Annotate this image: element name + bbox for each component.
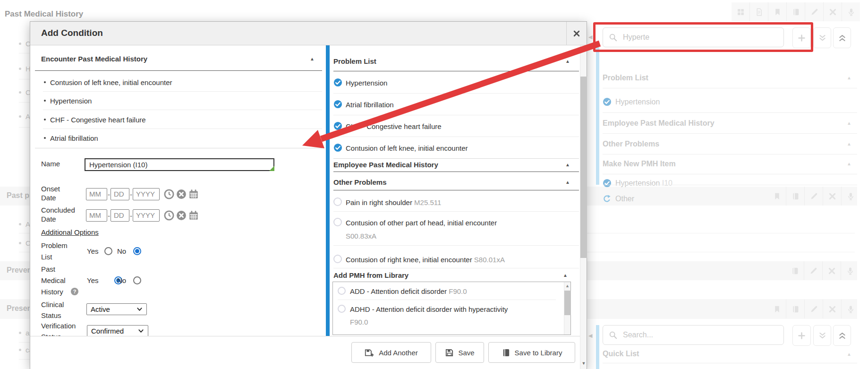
problem-list-no-radio[interactable] <box>133 247 141 255</box>
scroll-down-icon[interactable]: ▼ <box>580 361 587 366</box>
library-item[interactable]: ADD - Attention deficit disorder F90.0 <box>350 287 467 295</box>
collapse-caret-icon[interactable]: ▲ <box>847 161 851 166</box>
close-icon[interactable] <box>823 187 841 206</box>
pencil-icon[interactable] <box>804 300 823 318</box>
quick-list-search-input[interactable] <box>622 330 778 340</box>
expand-all-button[interactable] <box>833 27 851 48</box>
bookmark-icon[interactable] <box>768 2 786 21</box>
other-problem-item[interactable]: Contusion of other part of head, initial… <box>346 219 497 227</box>
modal-scrollbar[interactable]: ▲ ▼ <box>580 45 587 369</box>
calendar-icon[interactable] <box>188 189 199 201</box>
collapse-caret-icon[interactable]: ▲ <box>565 180 570 185</box>
problem-list-item[interactable]: Hypertension <box>346 79 387 87</box>
add-pmh-library-header[interactable]: Add PMH from Library <box>333 271 408 279</box>
grid-icon[interactable] <box>732 2 749 21</box>
pencil-icon[interactable] <box>804 261 822 280</box>
pencil-icon[interactable] <box>805 2 823 21</box>
collapse-caret-icon[interactable]: ▲ <box>847 75 851 80</box>
sidebar-problem-item[interactable]: Hypertension <box>615 98 660 106</box>
bookmark-icon[interactable] <box>768 300 786 318</box>
panel-collapse-icon[interactable]: ◀ <box>588 34 592 40</box>
pmh-no-radio[interactable] <box>133 276 141 284</box>
divider <box>35 148 322 148</box>
pmh-search-box[interactable] <box>603 27 784 47</box>
quick-list-header[interactable]: Quick List <box>603 350 639 358</box>
scroll-up-icon[interactable]: ▲ <box>580 48 587 52</box>
save-to-library-button[interactable]: Save to Library <box>488 342 575 363</box>
microphone-icon[interactable] <box>841 300 859 318</box>
onset-year-input[interactable]: YYYY <box>133 188 160 200</box>
other-problem-item[interactable]: Contusion of right knee, initial encount… <box>346 256 505 264</box>
divider <box>333 137 579 137</box>
clear-date-icon[interactable] <box>176 189 187 201</box>
library-item[interactable]: ADHD - Attention deficit disorder with h… <box>350 305 508 313</box>
resize-grip-icon[interactable] <box>269 166 274 171</box>
onset-month-input[interactable]: MM <box>86 188 107 200</box>
document-icon[interactable] <box>749 2 768 21</box>
concluded-date-label: Concluded <box>41 206 75 214</box>
problem-list-item[interactable]: Atrial fibrillation <box>346 101 394 109</box>
collapse-caret-icon[interactable]: ▲ <box>847 141 851 146</box>
sidebar-other-problems-header[interactable]: Other Problems <box>603 140 659 148</box>
problem-list-yes-radio[interactable] <box>104 247 112 255</box>
book-icon[interactable] <box>786 187 804 206</box>
clock-icon[interactable] <box>164 189 174 201</box>
collapse-caret-icon[interactable]: ▲ <box>563 273 568 278</box>
onset-day-input[interactable]: DD <box>111 188 129 200</box>
problem-list-header[interactable]: Problem List <box>333 57 376 65</box>
microphone-icon[interactable] <box>841 187 859 206</box>
save-button[interactable]: Save <box>435 342 484 363</box>
scroll-up-icon[interactable]: ▲ <box>564 283 570 288</box>
encounter-pmh-header[interactable]: Encounter Past Medical History <box>41 55 147 63</box>
clinical-status-select[interactable]: Active <box>86 303 147 315</box>
sidebar-problem-list-header[interactable]: Problem List <box>603 74 648 82</box>
problem-list-item[interactable]: Contusion of left knee, initial encounte… <box>346 144 468 152</box>
panel-collapse-icon[interactable]: ◀ <box>588 333 592 339</box>
add-button[interactable] <box>792 325 811 346</box>
library-scrollbar[interactable]: ▲ <box>564 282 570 335</box>
other-problem-item[interactable]: Pain in right shoulder M25.511 <box>346 198 441 206</box>
sidebar-other-item[interactable]: Other <box>615 195 634 203</box>
concluded-month-input[interactable]: MM <box>86 209 107 222</box>
clear-date-icon[interactable] <box>176 210 187 223</box>
collapse-caret-icon[interactable]: ▲ <box>847 352 851 357</box>
sidebar-employee-pmh-header[interactable]: Employee Past Medical History <box>603 119 715 128</box>
book-icon[interactable] <box>786 2 805 21</box>
collapse-all-button[interactable] <box>813 325 831 346</box>
microphone-icon[interactable] <box>842 2 860 21</box>
close-icon[interactable] <box>822 261 841 280</box>
pencil-icon[interactable] <box>804 187 823 206</box>
sidebar-new-pmh-item[interactable]: Hypertension I10 <box>615 179 672 188</box>
scrollbar-thumb[interactable] <box>564 291 571 315</box>
quick-list-search-box[interactable] <box>603 325 784 345</box>
add-another-button[interactable]: Add Another <box>351 342 431 363</box>
modal-close-button[interactable] <box>566 22 587 45</box>
scrollbar-thumb[interactable] <box>580 77 587 258</box>
microphone-icon[interactable] <box>841 261 859 280</box>
bookmark-icon[interactable] <box>768 187 786 206</box>
verification-status-select[interactable]: Confirmed <box>87 325 148 337</box>
help-icon[interactable]: ? <box>71 288 78 295</box>
collapse-caret-icon[interactable]: ▲ <box>565 162 570 167</box>
collapse-all-button[interactable] <box>813 27 831 48</box>
employee-pmh-header[interactable]: Employee Past Medical History <box>333 161 438 169</box>
calendar-icon[interactable] <box>188 210 199 223</box>
close-icon[interactable] <box>823 300 841 318</box>
add-condition-button[interactable] <box>792 27 811 48</box>
book-icon[interactable] <box>786 300 804 318</box>
condition-name-input[interactable] <box>85 158 274 171</box>
clock-icon[interactable] <box>164 210 174 223</box>
additional-options-link[interactable]: Additional Options <box>41 228 99 236</box>
concluded-year-input[interactable]: YYYY <box>133 209 160 222</box>
collapse-caret-icon[interactable]: ▲ <box>310 56 315 61</box>
close-icon[interactable] <box>823 2 842 21</box>
concluded-day-input[interactable]: DD <box>111 209 129 222</box>
pmh-search-input[interactable] <box>622 33 778 42</box>
sidebar-make-new-pmh-header[interactable]: Make New PMH Item <box>603 160 676 168</box>
problem-list-item[interactable]: CHF - Congestive heart failure <box>346 122 442 130</box>
book-icon[interactable] <box>786 261 804 280</box>
other-problems-header[interactable]: Other Problems <box>333 178 387 186</box>
collapse-caret-icon[interactable]: ▲ <box>847 120 851 126</box>
collapse-caret-icon[interactable]: ▲ <box>565 59 570 64</box>
expand-all-button[interactable] <box>833 325 851 346</box>
